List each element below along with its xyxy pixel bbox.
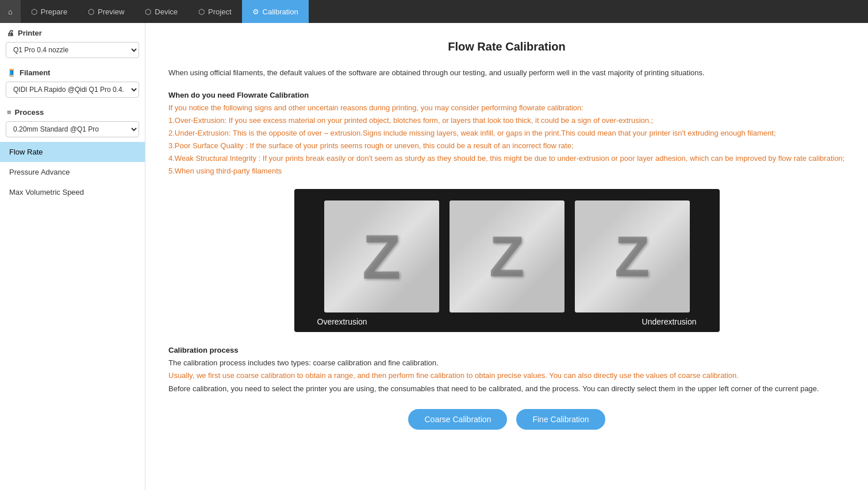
- nav-calibration-label: Calibration: [263, 7, 298, 16]
- nav-calibration-button[interactable]: ⚙ Calibration: [242, 0, 309, 23]
- when-body: If you notice the following signs and ot…: [168, 102, 845, 178]
- nav-project-label: Project: [208, 7, 231, 16]
- calibration-process-header: Calibration process: [168, 346, 845, 354]
- preview-icon: ⬡: [88, 7, 94, 16]
- z-letter-under: Z: [614, 223, 650, 290]
- z-letter-over: Z: [362, 220, 401, 293]
- nav-device-label: Device: [155, 7, 178, 16]
- button-row: Coarse Calibration Fine Calibration: [168, 409, 845, 430]
- sidebar-item-pressure-advance[interactable]: Pressure Advance: [0, 162, 145, 182]
- main-layout: 🖨 Printer Q1 Pro 0.4 nozzle 🧵 Filament Q…: [0, 23, 868, 490]
- calib-body-3: Before calibration, you need to select t…: [168, 384, 819, 393]
- sidebar-item-max-volumetric-speed[interactable]: Max Volumetric Speed: [0, 182, 145, 202]
- project-icon: ⬡: [198, 7, 205, 16]
- calibration-section: Calibration process The calibration proc…: [168, 346, 845, 395]
- when-header: When do you need Flowrate Calibration: [168, 91, 845, 99]
- calibration-icon: ⚙: [252, 7, 259, 16]
- filament-section-header: 🧵 Filament: [0, 63, 145, 80]
- printer-icon: 🖨: [7, 29, 14, 37]
- content-area: Flow Rate Calibration When using officia…: [145, 23, 868, 490]
- filament-label: Filament: [20, 68, 50, 77]
- prepare-icon: ⬡: [31, 7, 37, 16]
- z-tile-overextrusion: Z: [324, 200, 439, 312]
- fine-calibration-button[interactable]: Fine Calibration: [516, 409, 605, 430]
- overextrusion-label: Overextrusion: [317, 317, 367, 326]
- top-nav: ⌂ ⬡ Prepare ⬡ Preview ⬡ Device ⬡ Project…: [0, 0, 868, 23]
- nav-preview-label: Preview: [98, 7, 124, 16]
- sidebar-item-flow-rate[interactable]: Flow Rate: [0, 142, 145, 162]
- z-tile-underextrusion: Z: [575, 200, 690, 312]
- calibration-process-body: The calibration process includes two typ…: [168, 357, 845, 395]
- nav-device-button[interactable]: ⬡ Device: [135, 0, 188, 23]
- printer-select[interactable]: Q1 Pro 0.4 nozzle: [6, 42, 139, 58]
- nav-preview-button[interactable]: ⬡ Preview: [78, 0, 135, 23]
- process-select[interactable]: 0.20mm Standard @Q1 Pro: [6, 121, 139, 137]
- filament-icon: 🧵: [7, 68, 16, 77]
- z-letter-normal: Z: [489, 223, 524, 290]
- z-tile-normal: Z: [450, 200, 564, 312]
- printer-label: Printer: [18, 29, 42, 37]
- calibration-image-container: Z Z Z Overextrusion Underextrusion: [168, 189, 845, 332]
- calib-body-1: The calibration process includes two typ…: [168, 358, 439, 367]
- printer-section-header: 🖨 Printer: [0, 23, 145, 41]
- calib-body-2: Usually, we first use coarse calibration…: [168, 371, 739, 380]
- process-icon: ≡: [7, 108, 11, 117]
- filament-select[interactable]: QIDI PLA Rapido @Qidi Q1 Pro 0.4...: [6, 82, 139, 98]
- process-label: Process: [15, 108, 44, 117]
- home-icon: ⌂: [8, 7, 13, 16]
- sidebar: 🖨 Printer Q1 Pro 0.4 nozzle 🧵 Filament Q…: [0, 23, 145, 490]
- process-section-header: ≡ Process: [0, 102, 145, 120]
- z-labels-row: Overextrusion Underextrusion: [312, 317, 702, 326]
- device-icon: ⬡: [145, 7, 151, 16]
- intro-text: When using official filaments, the defau…: [168, 67, 845, 79]
- underextrusion-label: Underextrusion: [642, 317, 697, 326]
- z-tiles-row: Z Z Z: [324, 200, 690, 312]
- z-image-block: Z Z Z Overextrusion Underextrusion: [294, 189, 720, 332]
- page-title: Flow Rate Calibration: [168, 40, 845, 53]
- nav-home-button[interactable]: ⌂: [0, 0, 21, 23]
- nav-project-button[interactable]: ⬡ Project: [188, 0, 241, 23]
- nav-prepare-label: Prepare: [41, 7, 67, 16]
- coarse-calibration-button[interactable]: Coarse Calibration: [408, 409, 507, 430]
- nav-prepare-button[interactable]: ⬡ Prepare: [21, 0, 78, 23]
